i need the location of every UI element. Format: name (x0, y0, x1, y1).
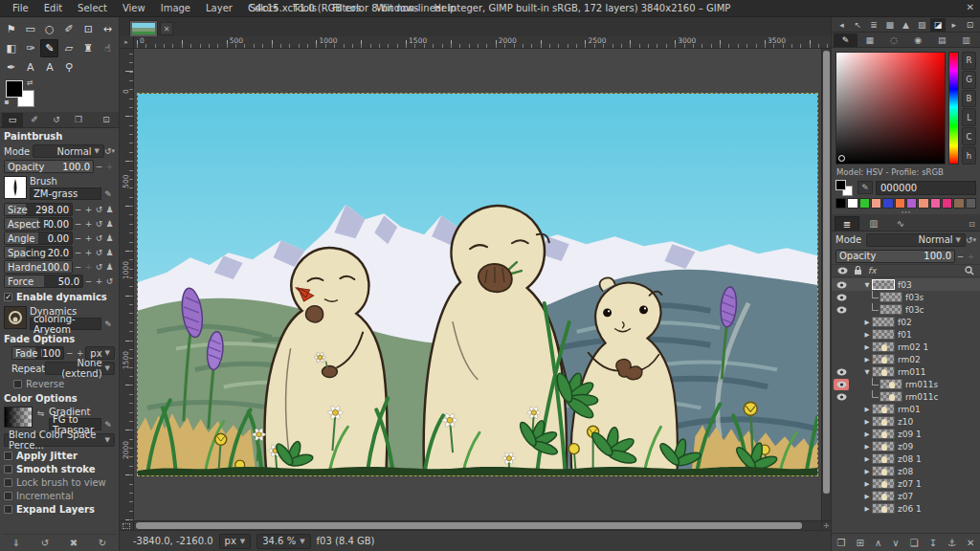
alignment-tool[interactable]: ⚑ (2, 20, 20, 38)
visibility-toggle[interactable] (834, 466, 849, 477)
expander-icon[interactable]: ▶ (862, 493, 872, 500)
palette-swatch[interactable] (942, 198, 952, 209)
scales-selector-tab[interactable]: ▥ (954, 33, 978, 47)
brush-preview[interactable] (4, 176, 27, 199)
layer-name[interactable]: z08 1 (898, 454, 922, 464)
decrease-button[interactable]: − (73, 204, 83, 216)
layer-thumbnail[interactable] (872, 503, 895, 514)
expander-icon[interactable]: ▶ (862, 505, 872, 513)
fx-icon[interactable]: fx (868, 266, 877, 276)
expander-icon[interactable]: ▶ (862, 418, 872, 426)
horizontal-ruler[interactable]: 0500100015002000250030003500 (134, 36, 831, 49)
layer-thumbnail[interactable] (880, 379, 902, 389)
unit-dropdown[interactable]: px▼ (219, 534, 252, 549)
layer-thumbnail[interactable] (872, 279, 895, 290)
palette-selector-tab[interactable]: ▤ (930, 33, 954, 47)
layer-name[interactable]: rm01 (898, 405, 921, 414)
visibility-toggle[interactable] (834, 416, 849, 428)
layer-opacity-decrease-button[interactable]: − (955, 250, 966, 262)
free-select-tool[interactable]: ○ (40, 20, 58, 38)
layer-row[interactable]: ▶ rm02 1 (832, 341, 980, 353)
visibility-eye-icon[interactable] (834, 391, 849, 403)
repeat-dropdown[interactable]: None (extend) ▼ (45, 362, 115, 375)
palette-swatch[interactable] (835, 198, 846, 209)
vertical-scrollbar-thumb[interactable] (823, 51, 830, 494)
patterns-dialog-icon[interactable]: ▩ (881, 18, 898, 32)
channel-button-C[interactable]: C (962, 127, 976, 145)
layer-thumbnail[interactable] (872, 453, 895, 464)
fg-bg-color-widget[interactable]: ⇄ ▪ (6, 80, 44, 109)
layer-name[interactable]: z06 1 (898, 504, 922, 514)
rectangle-select-tool[interactable]: ▭ (21, 20, 39, 38)
device-status-tab[interactable]: ✐ (24, 113, 45, 127)
decrease-button[interactable]: − (73, 247, 83, 259)
increase-button[interactable]: + (83, 247, 94, 259)
layer-thumbnail[interactable] (872, 366, 895, 377)
menu-layer[interactable]: Layer (199, 1, 239, 15)
checkbox-row-expand-layers[interactable]: Expand Layers (4, 503, 115, 515)
opacity-decrease-button[interactable]: − (94, 161, 104, 173)
spacing-slider[interactable]: Spacing 20.0 (4, 246, 73, 259)
layer-row[interactable]: ▶ z09 1 (832, 428, 980, 440)
menu-colors[interactable]: Colors (241, 1, 284, 15)
layer-row[interactable]: rm011c (832, 390, 980, 403)
layer-row[interactable]: ▶ f02 (832, 316, 980, 328)
layer-name[interactable]: z08 (898, 467, 913, 476)
palette-swatch[interactable] (871, 198, 881, 209)
opacity-slider[interactable]: Opacity 100.0 (4, 160, 94, 173)
expander-icon[interactable]: ▶ (862, 443, 872, 451)
link-to-brush-icon[interactable]: ♟ (104, 232, 115, 245)
angle-slider[interactable]: Angle 0.00 (4, 231, 73, 245)
layer-name[interactable]: f01 (898, 330, 912, 340)
checkbox-row-incremental[interactable]: Incremental (4, 490, 115, 501)
edit-dynamics-icon[interactable]: ✎ (101, 318, 115, 330)
images-tab[interactable]: ❐ (68, 113, 89, 127)
channel-button-R[interactable]: R (962, 52, 976, 70)
mini-foreground-swatch[interactable] (835, 180, 846, 190)
increase-button[interactable]: + (83, 232, 94, 245)
wheel-selector-tab[interactable]: ◉ (906, 33, 930, 47)
palette-swatch[interactable] (930, 198, 941, 209)
visibility-toggle[interactable] (834, 429, 849, 440)
gradient-preview[interactable] (4, 407, 33, 428)
menu-tools[interactable]: Tools (286, 1, 323, 15)
layer-name[interactable]: z07 (898, 492, 913, 501)
layer-row[interactable]: ▶ z06 1 (832, 502, 980, 515)
brush-name-field[interactable]: ZM-grass (30, 187, 101, 200)
layer-name[interactable]: f03c (905, 305, 924, 315)
checkbox[interactable] (4, 492, 12, 500)
paths-tab[interactable]: ∿ (888, 216, 913, 231)
visibility-toggle[interactable] (834, 503, 849, 515)
layer-mode-switch-icon[interactable]: ↺▾ (966, 233, 976, 246)
search-icon[interactable] (965, 266, 974, 276)
reset-icon[interactable]: ↺ (94, 204, 104, 216)
visibility-eye-icon[interactable] (834, 366, 849, 378)
reset-icon[interactable]: ↺ (94, 247, 104, 259)
edit-color-icon[interactable]: ✎ (858, 181, 873, 194)
duplicate-layer-button[interactable]: ❏ (910, 538, 919, 548)
checkbox[interactable] (4, 505, 12, 514)
foreground-color-swatch[interactable] (6, 80, 23, 98)
size-slider[interactable]: Size 298.00 (4, 203, 73, 216)
layer-row[interactable]: f03c (832, 303, 980, 316)
image-tab[interactable] (129, 20, 158, 36)
layer-thumbnail[interactable] (872, 441, 895, 452)
layer-name[interactable]: rm02 1 (898, 342, 928, 352)
layer-thumbnail[interactable] (872, 317, 895, 327)
menu-windows[interactable]: Windows (369, 1, 426, 15)
edit-brush-icon[interactable]: ✎ (101, 187, 115, 200)
layer-name[interactable]: rm011c (905, 392, 938, 402)
visibility-eye-icon[interactable] (834, 304, 849, 316)
restore-tool-preset-button[interactable]: ↺ (41, 538, 49, 548)
expander-icon[interactable]: ▶ (862, 343, 872, 351)
saturation-value-square[interactable] (835, 52, 946, 165)
checkbox-row-lock-brush-to-view[interactable]: Lock brush to view (4, 476, 115, 488)
paintbrush-tool[interactable]: ✎ (40, 39, 58, 57)
crop-tool[interactable]: ⊡ (79, 20, 98, 38)
link-to-brush-icon[interactable]: ♟ (104, 261, 115, 274)
canvas-viewport[interactable] (134, 49, 821, 520)
gradients-dialog-icon[interactable]: ▨ (914, 18, 930, 32)
visibility-toggle[interactable] (834, 329, 849, 341)
layer-thumbnail[interactable] (880, 304, 902, 315)
increase-button[interactable]: + (94, 276, 104, 288)
